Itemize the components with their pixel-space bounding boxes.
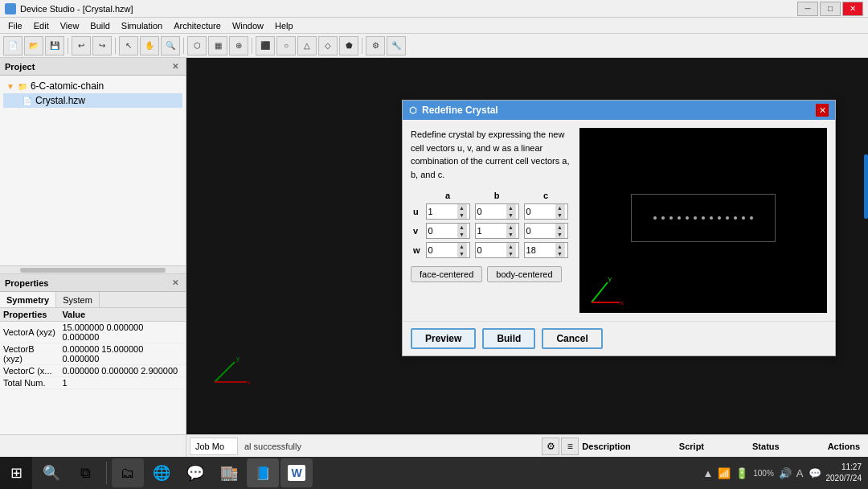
spin-down-w-b[interactable]: ▼	[506, 250, 516, 257]
toolbar-btn-10[interactable]: △	[297, 36, 317, 55]
spin-up-w-a[interactable]: ▲	[457, 243, 467, 250]
toolbar-btn-3[interactable]: 💾	[45, 36, 64, 55]
settings-icon-btn[interactable]: ⚙	[542, 438, 559, 455]
matrix-cell-v-a[interactable]: ▲ ▼	[424, 221, 473, 240]
spin-input-w-c[interactable]	[525, 243, 555, 257]
spin-down-w-a[interactable]: ▼	[457, 250, 467, 257]
matrix-cell-w-a[interactable]: ▲ ▼	[424, 240, 473, 260]
toolbar-btn-7[interactable]: ⊕	[229, 36, 248, 55]
dialog-close-button[interactable]: ✕	[816, 104, 829, 117]
battery-icon[interactable]: 🔋	[735, 467, 748, 479]
input-icon[interactable]: A	[796, 467, 804, 479]
taskbar-item-search[interactable]: 🔍	[35, 458, 68, 487]
matrix-cell-u-a[interactable]: ▲ ▼	[424, 202, 473, 221]
toolbar-btn-zoom[interactable]: 🔍	[161, 36, 180, 55]
list-icon-btn[interactable]: ≡	[561, 438, 579, 455]
minimize-button[interactable]: ─	[797, 2, 818, 16]
taskbar-item-explorer[interactable]: 🗂	[112, 458, 144, 487]
matrix-cell-w-c[interactable]: ▲ ▼	[522, 240, 571, 260]
taskbar-item-chat[interactable]: 💬	[179, 458, 211, 487]
spin-input-u-b[interactable]	[476, 204, 506, 219]
volume-icon[interactable]: 🔊	[779, 467, 792, 479]
spin-down-u-b[interactable]: ▼	[506, 212, 516, 219]
spin-input-v-c[interactable]	[525, 224, 555, 238]
spin-up-u-a[interactable]: ▲	[457, 204, 467, 212]
taskbar-item-devstudio[interactable]: 📘	[247, 458, 279, 487]
matrix-cell-u-b[interactable]: ▲ ▼	[473, 202, 522, 221]
close-button[interactable]: ✕	[842, 2, 863, 16]
toolbar-sep-5	[362, 38, 362, 54]
panel-close-btn[interactable]: ✕	[170, 61, 181, 72]
properties-scroll[interactable]: Properties Value VectorA (xyz) 15.000000…	[0, 308, 186, 433]
cancel-button[interactable]: Cancel	[542, 328, 602, 349]
maximize-button[interactable]: □	[820, 2, 841, 16]
toolbar-btn-13[interactable]: ⚙	[366, 36, 385, 55]
tab-symmetry[interactable]: Symmetry	[0, 292, 56, 307]
date-display: 2020/7/24	[826, 473, 862, 484]
spin-up-u-b[interactable]: ▲	[506, 204, 516, 212]
toolbar-btn-9[interactable]: ○	[276, 36, 296, 55]
toolbar-btn-6[interactable]: ▦	[208, 36, 227, 55]
preview-button[interactable]: Preview	[411, 328, 476, 349]
toolbar-btn-undo[interactable]: ↩	[72, 36, 91, 55]
menu-file[interactable]: File	[3, 20, 27, 31]
toolbar-btn-5[interactable]: ⬡	[187, 36, 207, 55]
tray-chevron[interactable]: ▲	[702, 467, 713, 479]
face-centered-button[interactable]: face-centered	[411, 266, 482, 282]
project-scrollbar[interactable]	[0, 265, 186, 273]
spin-down-v-a[interactable]: ▼	[457, 231, 467, 238]
build-button[interactable]: Build	[482, 328, 535, 349]
spin-input-w-a[interactable]	[427, 243, 457, 257]
taskbar-item-word[interactable]: W	[280, 458, 313, 487]
tree-item-project[interactable]: ▼ 📁 6-C-atomic-chain	[3, 79, 182, 93]
matrix-cell-v-c[interactable]: ▲ ▼	[522, 221, 571, 240]
spin-up-v-b[interactable]: ▲	[506, 224, 516, 231]
menu-edit[interactable]: Edit	[29, 20, 54, 31]
spin-input-w-b[interactable]	[476, 243, 506, 257]
menu-build[interactable]: Build	[85, 20, 114, 31]
menu-view[interactable]: View	[55, 20, 84, 31]
toolbar-btn-8[interactable]: ⬛	[256, 36, 275, 55]
matrix-cell-v-b[interactable]: ▲ ▼	[473, 221, 522, 240]
menu-window[interactable]: Window	[227, 20, 268, 31]
toolbar-btn-14[interactable]: 🔧	[387, 36, 406, 55]
toolbar-btn-12[interactable]: ⬟	[339, 36, 358, 55]
spin-input-u-a[interactable]	[427, 204, 457, 219]
spin-up-u-c[interactable]: ▲	[555, 204, 565, 212]
toolbar-btn-11[interactable]: ◇	[318, 36, 338, 55]
clock-display[interactable]: 11:27 2020/7/24	[826, 462, 862, 484]
spin-down-u-a[interactable]: ▼	[457, 212, 467, 219]
menu-simulation[interactable]: Simulation	[117, 20, 167, 31]
message-icon[interactable]: 💬	[809, 467, 821, 479]
menu-architecture[interactable]: Architecture	[169, 20, 226, 31]
spin-down-u-c[interactable]: ▼	[555, 212, 565, 219]
spin-up-w-c[interactable]: ▲	[555, 243, 565, 250]
toolbar-btn-select[interactable]: ↖	[119, 36, 138, 55]
toolbar-btn-1[interactable]: 📄	[3, 36, 23, 55]
spin-down-v-b[interactable]: ▼	[506, 231, 516, 238]
spin-up-w-b[interactable]: ▲	[506, 243, 516, 250]
spin-down-w-c[interactable]: ▼	[555, 250, 565, 257]
body-centered-button[interactable]: body-centered	[487, 266, 561, 282]
toolbar-btn-4[interactable]: ✋	[140, 36, 159, 55]
spin-input-v-b[interactable]	[476, 224, 506, 238]
start-button[interactable]: ⊞	[0, 457, 32, 489]
toolbar-btn-redo[interactable]: ↪	[92, 36, 112, 55]
tree-item-crystal[interactable]: 📄 Crystal.hzw	[3, 93, 182, 108]
matrix-cell-u-c[interactable]: ▲ ▼	[522, 202, 571, 221]
spin-down-v-c[interactable]: ▼	[555, 231, 565, 238]
spin-up-v-a[interactable]: ▲	[457, 224, 467, 231]
tab-system[interactable]: System	[56, 292, 100, 307]
network-icon[interactable]: 📶	[718, 467, 731, 479]
taskbar-item-browser[interactable]: 🌐	[145, 458, 178, 487]
taskbar-item-taskview[interactable]: ⧉	[69, 458, 101, 487]
spin-up-v-c[interactable]: ▲	[555, 224, 565, 231]
matrix-cell-w-b[interactable]: ▲ ▼	[473, 240, 522, 260]
spin-input-v-a[interactable]	[427, 224, 457, 238]
taskbar-item-store[interactable]: 🏬	[213, 458, 245, 487]
prop-row-vectorc: VectorC (x... 0.000000 0.000000 2.900000	[0, 365, 186, 377]
properties-close-btn[interactable]: ✕	[170, 277, 181, 289]
toolbar-btn-2[interactable]: 📂	[24, 36, 43, 55]
spin-input-u-c[interactable]	[525, 204, 555, 219]
menu-help[interactable]: Help	[270, 20, 298, 31]
